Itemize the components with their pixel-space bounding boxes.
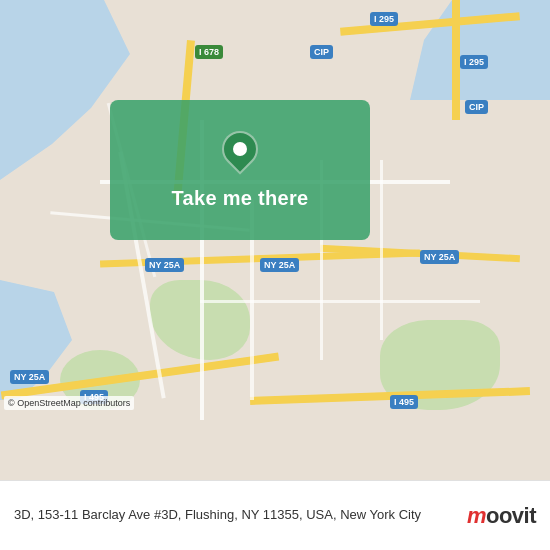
- moovit-logo-text: moovit: [467, 503, 536, 529]
- hw-label-i295-top: I 295: [370, 12, 398, 26]
- bottom-bar: 3D, 153-11 Barclay Ave #3D, Flushing, NY…: [0, 480, 550, 550]
- map-pin: [222, 131, 258, 175]
- take-me-there-button[interactable]: Take me there: [172, 187, 309, 210]
- road-local-6: [200, 300, 480, 303]
- map-background: I 295I 295CIPI 678CIPNY 25ANY 25ANY 25AI…: [0, 0, 550, 480]
- pin-inner: [233, 142, 247, 156]
- moovit-m-letter: m: [467, 503, 486, 528]
- hw-label-ny25a-left: NY 25A: [10, 370, 49, 384]
- hw-label-ny25a-3: NY 25A: [145, 258, 184, 272]
- location-overlay: Take me there: [110, 100, 370, 240]
- hw-label-i495-2: I 495: [390, 395, 418, 409]
- osm-attribution: © OpenStreetMap contributors: [4, 396, 134, 410]
- road-local-8: [380, 160, 383, 340]
- hw-label-i295-cip-top: CIP: [310, 45, 333, 59]
- hw-label-i678: I 678: [195, 45, 223, 59]
- moovit-logo: moovit: [467, 503, 536, 529]
- map-container: I 295I 295CIPI 678CIPNY 25ANY 25ANY 25AI…: [0, 0, 550, 480]
- road-i295-vertical: [452, 0, 460, 120]
- pin-body: [215, 123, 266, 174]
- address-text: 3D, 153-11 Barclay Ave #3D, Flushing, NY…: [14, 506, 457, 524]
- moovit-rest: oovit: [486, 503, 536, 528]
- hw-label-ny25a-2: NY 25A: [420, 250, 459, 264]
- hw-label-ny25a-1: NY 25A: [260, 258, 299, 272]
- hw-label-i295-right: I 295: [460, 55, 488, 69]
- hw-label-cip-right: CIP: [465, 100, 488, 114]
